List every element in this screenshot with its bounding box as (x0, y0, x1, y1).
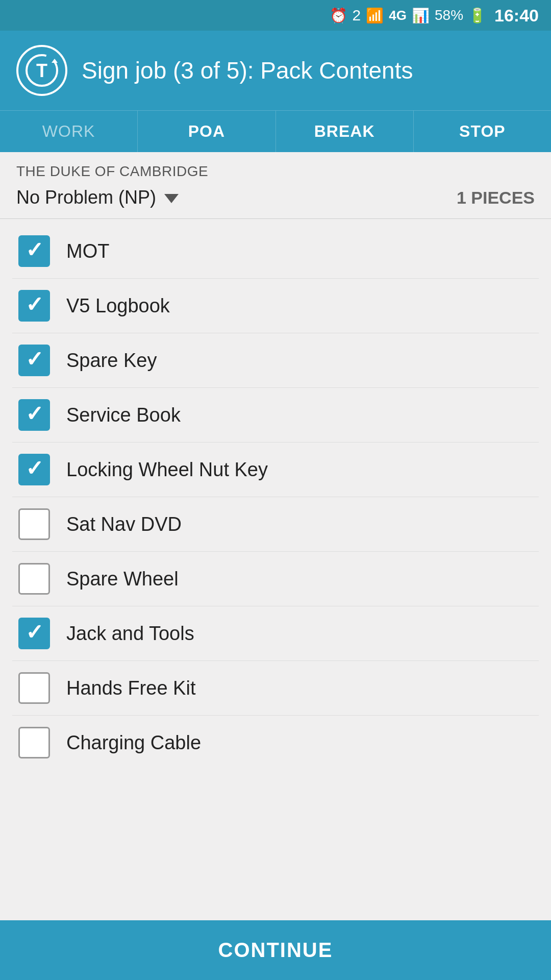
checklist-item-chargingcable[interactable]: Charging Cable (12, 716, 539, 770)
checklist-item-satnavdvd[interactable]: Sat Nav DVD (12, 497, 539, 552)
status-icons: ⏰ 2 📶 4G 📊 58% 🔋 (330, 7, 486, 24)
checkmark-lockingwheelnutkey: ✓ (26, 458, 43, 479)
alarm-icon: ⏰ (330, 7, 347, 24)
battery-percent: 58% (435, 7, 463, 23)
tab-break[interactable]: BREAK (276, 111, 414, 152)
status-dropdown[interactable]: No Problem (NP) (16, 187, 179, 208)
app-logo: T (16, 45, 67, 96)
checkbox-mot: ✓ (18, 235, 50, 267)
status-time: 16:40 (494, 6, 539, 26)
tab-poa[interactable]: POA (138, 111, 276, 152)
tab-work[interactable]: WORK (0, 111, 138, 152)
check-label-jackandtools: Jack and Tools (66, 623, 194, 645)
checkbox-v5logbook: ✓ (18, 290, 50, 322)
svg-text:T: T (36, 60, 47, 81)
checkbox-sparekey: ✓ (18, 345, 50, 376)
check-label-v5logbook: V5 Logbook (66, 295, 170, 317)
checkbox-jackandtools: ✓ (18, 618, 50, 649)
checklist-item-handsfreekit[interactable]: Hands Free Kit (12, 661, 539, 716)
checkmark-sparekey: ✓ (26, 349, 43, 370)
check-label-mot: MOT (66, 240, 109, 262)
location-label: THE DUKE OF CAMBRIDGE (0, 152, 551, 182)
continue-button[interactable]: CONTINUE (0, 920, 551, 980)
tabs-bar: WORK POA BREAK STOP (0, 110, 551, 152)
checklist-item-sparekey[interactable]: ✓Spare Key (12, 333, 539, 388)
checklist: ✓MOT✓V5 Logbook✓Spare Key✓Service Book✓L… (0, 224, 551, 770)
checkbox-satnavdvd (18, 508, 50, 540)
check-label-sparewheel: Spare Wheel (66, 568, 179, 590)
battery-icon: 🔋 (468, 7, 486, 24)
divider (0, 218, 551, 219)
checkmark-mot: ✓ (26, 239, 43, 261)
status-bar: ⏰ 2 📶 4G 📊 58% 🔋 16:40 (0, 0, 551, 31)
signal-icon: 📶 (366, 7, 384, 24)
checkbox-lockingwheelnutkey: ✓ (18, 454, 50, 485)
check-label-sparekey: Spare Key (66, 350, 157, 372)
checkbox-chargingcable (18, 727, 50, 758)
data-signal-icon: 📊 (412, 7, 430, 24)
checkbox-sparewheel (18, 563, 50, 595)
checkbox-handsfreekit (18, 672, 50, 704)
checklist-item-lockingwheelnutkey[interactable]: ✓Locking Wheel Nut Key (12, 443, 539, 497)
svg-marker-2 (52, 59, 58, 63)
dropdown-arrow-icon (164, 194, 179, 203)
checkmark-v5logbook: ✓ (26, 294, 43, 315)
notification-badge: 2 (353, 7, 361, 24)
checklist-item-sparewheel[interactable]: Spare Wheel (12, 552, 539, 606)
header: T Sign job (3 of 5): Pack Contents (0, 31, 551, 110)
pieces-count: 1 PIECES (457, 188, 535, 208)
main-content: THE DUKE OF CAMBRIDGE No Problem (NP) 1 … (0, 152, 551, 980)
checklist-item-servicebook[interactable]: ✓Service Book (12, 388, 539, 443)
tab-stop[interactable]: STOP (414, 111, 551, 152)
checklist-item-v5logbook[interactable]: ✓V5 Logbook (12, 279, 539, 333)
check-label-lockingwheelnutkey: Locking Wheel Nut Key (66, 459, 268, 481)
checkmark-servicebook: ✓ (26, 403, 43, 425)
checklist-item-jackandtools[interactable]: ✓Jack and Tools (12, 606, 539, 661)
status-row: No Problem (NP) 1 PIECES (0, 182, 551, 218)
checkbox-servicebook: ✓ (18, 399, 50, 431)
header-title: Sign job (3 of 5): Pack Contents (82, 57, 413, 84)
network-type: 4G (389, 8, 407, 23)
checkmark-jackandtools: ✓ (26, 622, 43, 643)
checklist-item-mot[interactable]: ✓MOT (12, 224, 539, 279)
check-label-handsfreekit: Hands Free Kit (66, 677, 195, 699)
status-selected-value: No Problem (NP) (16, 187, 156, 208)
check-label-satnavdvd: Sat Nav DVD (66, 513, 182, 535)
check-label-servicebook: Service Book (66, 404, 181, 426)
check-label-chargingcable: Charging Cable (66, 732, 201, 754)
